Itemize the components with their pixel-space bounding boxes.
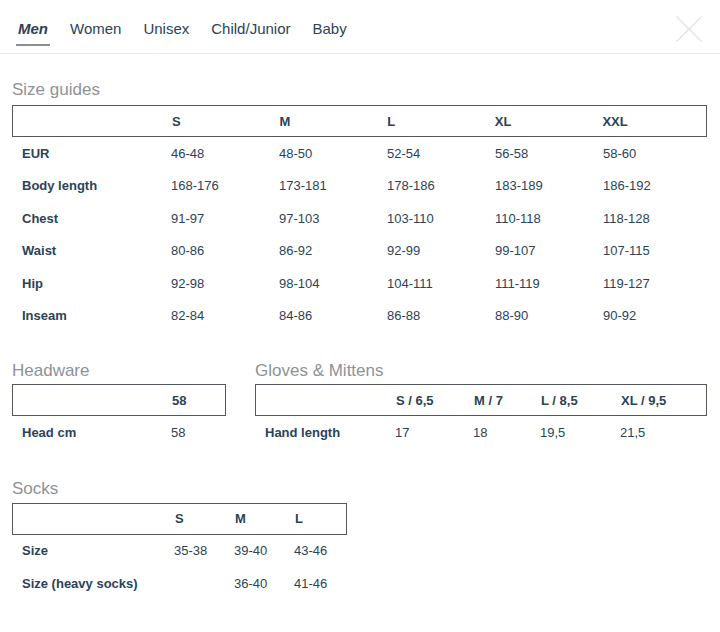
table-cell: 18 xyxy=(469,425,536,440)
column-header: 58 xyxy=(168,393,225,408)
column-header: S xyxy=(168,114,276,129)
table-cell: 19,5 xyxy=(536,425,616,440)
table-cell: 82-84 xyxy=(167,308,275,323)
table-cell: 58-60 xyxy=(599,146,707,161)
table-cell: 41-46 xyxy=(290,576,347,591)
table-header-row: S / 6,5M / 7L / 8,5XL / 9,5 xyxy=(255,384,707,416)
table-row: Hand length171819,521,5 xyxy=(255,416,707,449)
tab-women[interactable]: Women xyxy=(68,20,123,46)
table-cell: 178-186 xyxy=(383,178,491,193)
table-cell: 173-181 xyxy=(275,178,383,193)
row-label: Inseam xyxy=(12,308,167,323)
table-cell: 36-40 xyxy=(230,576,290,591)
socks-table: SMLSize35-3839-4043-46Size (heavy socks)… xyxy=(12,503,347,600)
table-cell: 107-115 xyxy=(599,243,707,258)
table-cell: 99-107 xyxy=(491,243,599,258)
table-cell: 84-86 xyxy=(275,308,383,323)
table-row: EUR46-4848-5052-5456-5858-60 xyxy=(12,137,707,170)
table-cell: 110-118 xyxy=(491,211,599,226)
table-cell: 168-176 xyxy=(167,178,275,193)
row-label: EUR xyxy=(12,146,167,161)
table-cell: 186-192 xyxy=(599,178,707,193)
table-cell: 52-54 xyxy=(383,146,491,161)
column-header: L xyxy=(383,114,491,129)
table-cell: 111-119 xyxy=(491,276,599,291)
table-cell: 118-128 xyxy=(599,211,707,226)
table-row: Waist80-8686-9292-9999-107107-115 xyxy=(12,235,707,268)
table-cell: 21,5 xyxy=(616,425,707,440)
section-title-socks: Socks xyxy=(12,480,707,498)
gloves-section: Gloves & Mittens S / 6,5M / 7L / 8,5XL /… xyxy=(255,332,707,449)
table-cell: 183-189 xyxy=(491,178,599,193)
table-cell: 98-104 xyxy=(275,276,383,291)
column-header: M / 7 xyxy=(470,393,537,408)
table-row: Head cm58 xyxy=(12,416,226,449)
close-button[interactable] xyxy=(675,15,703,43)
table-row: Size (heavy socks)36-4041-46 xyxy=(12,567,347,600)
table-header-row: SMLXLXXL xyxy=(12,105,707,137)
headware-table: 58Head cm58 xyxy=(12,384,226,449)
table-cell: 91-97 xyxy=(167,211,275,226)
table-cell: 58 xyxy=(167,425,226,440)
table-cell: 104-111 xyxy=(383,276,491,291)
section-title-size-guides: Size guides xyxy=(12,81,707,99)
table-cell: 48-50 xyxy=(275,146,383,161)
table-row: Inseam82-8484-8686-8888-9090-92 xyxy=(12,300,707,333)
tab-unisex[interactable]: Unisex xyxy=(141,20,191,46)
table-cell: 119-127 xyxy=(599,276,707,291)
table-cell: 103-110 xyxy=(383,211,491,226)
row-label: Hand length xyxy=(255,425,391,440)
table-header-row: SML xyxy=(12,503,347,535)
row-label: Chest xyxy=(12,211,167,226)
headware-section: Headware 58Head cm58 xyxy=(12,332,226,449)
row-label: Body length xyxy=(12,178,167,193)
size-guide-tabbar: Men Women Unisex Child/Junior Baby xyxy=(0,0,720,54)
column-header: XL / 9,5 xyxy=(617,393,706,408)
column-header: S / 6,5 xyxy=(392,393,470,408)
size-guide-content: Size guides SMLXLXXLEUR46-4848-5052-5456… xyxy=(0,81,720,600)
table-row: Body length168-176173-181178-186183-1891… xyxy=(12,170,707,203)
headware-gloves-row: Headware 58Head cm58 Gloves & Mittens S … xyxy=(12,332,707,449)
column-header: L / 8,5 xyxy=(537,393,617,408)
table-cell: 56-58 xyxy=(491,146,599,161)
table-cell: 88-90 xyxy=(491,308,599,323)
column-header: XL xyxy=(491,114,599,129)
table-cell: 90-92 xyxy=(599,308,707,323)
table-cell: 35-38 xyxy=(170,543,230,558)
table-cell: 97-103 xyxy=(275,211,383,226)
gloves-mittens-table: S / 6,5M / 7L / 8,5XL / 9,5Hand length17… xyxy=(255,384,707,449)
table-cell: 92-98 xyxy=(167,276,275,291)
table-cell: 92-99 xyxy=(383,243,491,258)
tab-men[interactable]: Men xyxy=(16,20,50,46)
column-header: XXL xyxy=(598,114,706,129)
row-label: Size xyxy=(12,543,170,558)
column-header: L xyxy=(291,511,346,526)
table-cell: 43-46 xyxy=(290,543,347,558)
table-cell: 86-92 xyxy=(275,243,383,258)
tab-child-junior[interactable]: Child/Junior xyxy=(209,20,292,46)
table-cell: 46-48 xyxy=(167,146,275,161)
section-title-headware: Headware xyxy=(12,362,226,380)
row-label: Waist xyxy=(12,243,167,258)
size-guides-table: SMLXLXXLEUR46-4848-5052-5456-5858-60Body… xyxy=(12,105,707,332)
table-cell: 80-86 xyxy=(167,243,275,258)
table-cell: 39-40 xyxy=(230,543,290,558)
table-row: Size35-3839-4043-46 xyxy=(12,535,347,568)
table-cell: 17 xyxy=(391,425,469,440)
close-x-icon xyxy=(675,15,703,43)
row-label: Head cm xyxy=(12,425,167,440)
table-row: Hip92-9898-104104-111111-119119-127 xyxy=(12,267,707,300)
table-row: Chest91-9797-103103-110110-118118-128 xyxy=(12,202,707,235)
table-header-row: 58 xyxy=(12,384,226,416)
column-header: S xyxy=(171,511,231,526)
column-header: M xyxy=(231,511,291,526)
row-label: Size (heavy socks) xyxy=(12,576,170,591)
section-title-gloves: Gloves & Mittens xyxy=(255,362,707,380)
tab-baby[interactable]: Baby xyxy=(311,20,349,46)
column-header: M xyxy=(276,114,384,129)
row-label: Hip xyxy=(12,276,167,291)
table-cell: 86-88 xyxy=(383,308,491,323)
